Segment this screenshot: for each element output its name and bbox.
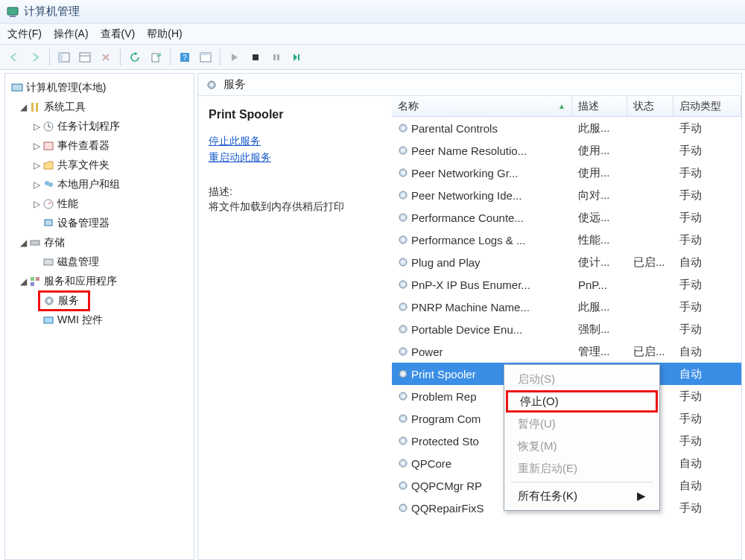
stop-service-link[interactable]: 停止此服务: [209, 135, 384, 148]
svg-point-43: [402, 216, 405, 219]
sort-asc-icon: ▲: [558, 102, 565, 110]
tree-wmi[interactable]: WMI 控件: [8, 311, 191, 330]
services-header: 服务: [198, 74, 741, 96]
gear-icon: [398, 458, 408, 468]
ctx-pause[interactable]: 暂停(U): [506, 413, 658, 435]
tree-local-users[interactable]: ▷ 本地用户和组: [8, 175, 191, 194]
refresh-button[interactable]: [127, 49, 143, 66]
col-label: 名称: [398, 100, 419, 113]
service-row[interactable]: Power管理...已启...自动: [392, 340, 741, 363]
tree-services-apps[interactable]: ◢ 服务和应用程序: [8, 272, 191, 291]
tree-event-viewer[interactable]: ▷ 事件查看器: [8, 136, 191, 156]
content-pane: 服务 Print Spooler 停止此服务 重启动此服务 描述: 将文件加载到…: [197, 73, 742, 560]
gear-icon: [43, 295, 55, 307]
service-state: 已启...: [627, 345, 673, 359]
tree-storage[interactable]: ◢ 存储: [8, 233, 191, 252]
delete-button[interactable]: [98, 49, 114, 66]
back-button[interactable]: [6, 49, 22, 66]
services-body: Print Spooler 停止此服务 重启动此服务 描述: 将文件加载到内存供…: [198, 96, 741, 559]
tree-device-manager[interactable]: 设备管理器: [8, 214, 191, 233]
service-name: Problem Rep: [411, 390, 477, 403]
service-row[interactable]: PNRP Machine Name...此服...手动: [392, 296, 741, 318]
ctx-start[interactable]: 启动(S): [506, 368, 658, 390]
expand-icon[interactable]: ▷: [32, 199, 41, 209]
forward-button[interactable]: [27, 49, 43, 66]
col-desc[interactable]: 描述: [572, 96, 627, 116]
users-icon: [42, 179, 54, 191]
service-start: 自动: [673, 479, 741, 493]
stop-button[interactable]: [247, 49, 264, 66]
expand-icon[interactable]: ▷: [32, 121, 41, 132]
gear-icon: [398, 168, 408, 178]
menu-view[interactable]: 查看(V): [101, 28, 136, 41]
collapse-icon[interactable]: ◢: [19, 102, 28, 112]
ctx-resume[interactable]: 恢复(M): [506, 435, 658, 457]
chevron-right-icon: ▶: [637, 489, 646, 503]
service-row[interactable]: Peer Networking Gr...使用...手动: [392, 162, 741, 184]
service-row[interactable]: Peer Networking Ide...向对...手动: [392, 184, 741, 206]
properties-button[interactable]: [77, 49, 93, 66]
ctx-stop[interactable]: 停止(O): [506, 390, 658, 413]
tree-system-tools[interactable]: ◢ 系统工具: [8, 98, 191, 117]
svg-point-33: [210, 83, 213, 86]
tree-services[interactable]: 服务: [8, 291, 191, 311]
app-icon: [6, 5, 19, 19]
menu-help[interactable]: 帮助(H): [147, 28, 182, 41]
column-headers: 名称 ▲ 描述 状态 启动类型: [392, 96, 741, 117]
gear-icon: [398, 391, 408, 401]
service-name: Peer Networking Gr...: [411, 167, 518, 179]
ctx-restart[interactable]: 重新启动(E): [506, 457, 658, 480]
service-row[interactable]: Performance Counte...使远...手动: [392, 206, 741, 229]
tree-task-scheduler[interactable]: ▷ 任务计划程序: [8, 117, 191, 136]
svg-rect-6: [152, 54, 159, 62]
restart-service-link[interactable]: 重启动此服务: [209, 151, 384, 165]
toolbar-separator: [170, 49, 171, 66]
service-row[interactable]: Peer Name Resolutio...使用...手动: [392, 139, 741, 162]
nav-tree[interactable]: 计算机管理(本地) ◢ 系统工具 ▷ 任务计划程序 ▷ 事件查看器 ▷ 共享文件…: [5, 74, 194, 334]
pause-button[interactable]: [268, 49, 285, 66]
menu-file[interactable]: 文件(F): [7, 28, 42, 41]
service-row[interactable]: Parental Controls此服...手动: [392, 117, 741, 139]
play-button[interactable]: [226, 49, 243, 66]
ctx-separator: [510, 482, 653, 483]
tree-label: 存储: [44, 236, 65, 249]
col-start[interactable]: 启动类型: [673, 96, 741, 116]
tree-label: 服务: [58, 294, 79, 308]
service-row[interactable]: Portable Device Enu...强制...手动: [392, 318, 741, 340]
tree-shared-folders[interactable]: ▷ 共享文件夹: [8, 156, 191, 175]
svg-rect-31: [44, 317, 53, 323]
service-start: 自动: [673, 367, 741, 381]
service-name: Power: [411, 346, 443, 358]
col-state[interactable]: 状态: [627, 96, 673, 116]
service-row[interactable]: PnP-X IP Bus Enumer...PnP...手动: [392, 273, 741, 296]
restart-button[interactable]: [289, 49, 305, 66]
service-row[interactable]: Performance Logs & ...性能...手动: [392, 229, 741, 251]
svg-rect-28: [31, 282, 34, 286]
ctx-all-tasks[interactable]: 所有任务(K) ▶: [506, 485, 658, 507]
tree-root[interactable]: 计算机管理(本地): [8, 78, 191, 98]
svg-rect-11: [253, 54, 259, 60]
service-row[interactable]: Plug and Play使计...已启...自动: [392, 251, 741, 273]
service-desc: 管理...: [572, 345, 627, 359]
wmi-icon: [42, 314, 54, 326]
collapse-icon[interactable]: ◢: [19, 276, 28, 287]
export-button[interactable]: [148, 49, 164, 66]
tree-label: 服务和应用程序: [44, 275, 117, 288]
tree-performance[interactable]: ▷ 性能: [8, 194, 191, 214]
collapse-icon[interactable]: ◢: [19, 238, 28, 248]
expand-icon[interactable]: ▷: [32, 160, 41, 171]
menu-action[interactable]: 操作(A): [54, 28, 89, 41]
svg-rect-23: [45, 220, 52, 226]
titlebar: 计算机管理: [0, 0, 745, 24]
toolbar-separator: [120, 49, 121, 66]
service-desc: 性能...: [572, 233, 627, 247]
expand-icon[interactable]: ▷: [32, 179, 41, 190]
expand-icon[interactable]: ▷: [32, 141, 41, 151]
show-hide-tree-button[interactable]: [56, 49, 72, 66]
view-button[interactable]: [197, 49, 214, 66]
gear-icon: [398, 235, 408, 245]
service-state: 已启...: [627, 255, 673, 270]
col-name[interactable]: 名称 ▲: [392, 96, 572, 116]
tree-disk-mgmt[interactable]: 磁盘管理: [8, 252, 191, 272]
help-button[interactable]: ?: [177, 49, 193, 66]
